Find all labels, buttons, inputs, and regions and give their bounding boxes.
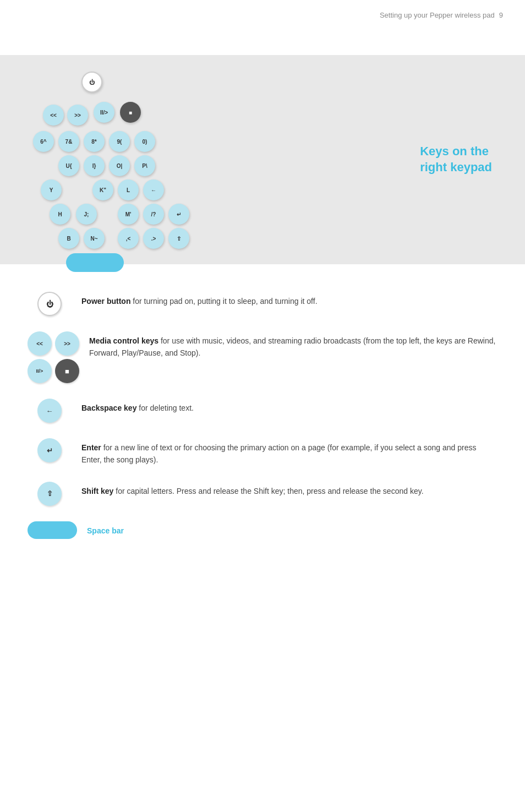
key-playpause: II/> xyxy=(94,102,114,123)
key-6: 6^ xyxy=(33,131,54,152)
key-j: J; xyxy=(76,204,97,225)
key-b: B xyxy=(58,228,79,249)
key-u: U{ xyxy=(58,155,79,176)
key-spacebar xyxy=(66,253,124,272)
desc-spacebar-icons xyxy=(28,521,77,539)
backspace-label: Backspace key xyxy=(81,404,136,412)
backspace-icon: ← xyxy=(37,399,62,423)
key-backspace: ← xyxy=(143,179,164,200)
desc-shift-icons: ⇧ xyxy=(28,482,72,506)
desc-backspace-text: Backspace key for deleting text. xyxy=(81,399,497,414)
diagram-section: ⏻ << >> II/> ■ 6^ 7& 8* 9( 0) U{ I} O| P… xyxy=(0,55,525,264)
key-power: ⏻ xyxy=(81,72,102,92)
key-comma: ,< xyxy=(118,228,139,249)
key-enter: ↵ xyxy=(168,204,189,225)
stop-icon: ■ xyxy=(55,359,79,383)
header-title: Setting up your Pepper wireless pad xyxy=(380,11,495,19)
key-y: Y xyxy=(41,179,62,200)
power-desc: for turning pad on, putting it to sleep,… xyxy=(133,297,317,306)
key-i: I} xyxy=(84,155,105,176)
spacebar-icon xyxy=(28,521,77,539)
diagram-label-line1: Keys on the xyxy=(420,144,492,160)
key-period: .> xyxy=(143,228,164,249)
key-9: 9( xyxy=(109,131,130,152)
enter-desc: for a new line of text or for choosing t… xyxy=(81,443,477,464)
key-8: 8* xyxy=(84,131,105,152)
desc-media-text: Media control keys for use with music, v… xyxy=(89,331,497,359)
desc-shift-text: Shift key for capital letters. Press and… xyxy=(81,482,497,497)
desc-enter-icons: ↵ xyxy=(28,438,72,462)
shift-desc: for capital letters. Press and release t… xyxy=(116,487,423,495)
media-label: Media control keys xyxy=(89,336,158,345)
desc-spacebar: Space bar xyxy=(28,521,497,539)
playpause-icon: II/> xyxy=(28,359,52,383)
key-7: 7& xyxy=(58,131,79,152)
spacebar-label: Space bar xyxy=(87,526,124,535)
key-o: O| xyxy=(109,155,130,176)
desc-enter-text: Enter for a new line of text or for choo… xyxy=(81,438,497,466)
keys-label: Keys on the right keypad xyxy=(420,144,492,175)
diagram-label-line2: right keypad xyxy=(420,160,492,176)
rewind-icon: << xyxy=(28,331,52,356)
page-number: 9 xyxy=(499,11,503,19)
desc-power-text: Power button for turning pad on, putting… xyxy=(81,292,497,307)
keypad-diagram: ⏻ << >> II/> ■ 6^ 7& 8* 9( 0) U{ I} O| P… xyxy=(33,72,209,248)
shift-label: Shift key xyxy=(81,487,113,495)
enter-icon: ↵ xyxy=(37,438,62,462)
key-0: 0) xyxy=(134,131,155,152)
forward-icon: >> xyxy=(55,331,79,356)
key-slash: /? xyxy=(143,204,164,225)
key-stop: ■ xyxy=(120,102,141,123)
desc-enter: ↵ Enter for a new line of text or for ch… xyxy=(28,438,497,466)
desc-spacebar-text: Space bar xyxy=(87,521,497,537)
key-n: N~ xyxy=(84,228,105,249)
backspace-desc: for deleting text. xyxy=(139,404,194,412)
desc-shift: ⇧ Shift key for capital letters. Press a… xyxy=(28,482,497,506)
desc-section: ⏻ Power button for turning pad on, putti… xyxy=(28,292,497,554)
key-rewind: << xyxy=(43,105,64,126)
desc-media: << >> II/> ■ Media control keys for use … xyxy=(28,331,497,383)
key-m: M' xyxy=(118,204,139,225)
key-k: K" xyxy=(92,179,113,200)
power-label: Power button xyxy=(81,297,130,306)
key-shift: ⇧ xyxy=(168,228,189,249)
desc-media-icons: << >> II/> ■ xyxy=(28,331,79,383)
desc-power: ⏻ Power button for turning pad on, putti… xyxy=(28,292,497,316)
key-l: L xyxy=(118,179,139,200)
enter-label: Enter xyxy=(81,443,101,452)
key-h: H xyxy=(50,204,70,225)
key-p: P\ xyxy=(134,155,155,176)
desc-backspace-icons: ← xyxy=(28,399,72,423)
shift-icon: ⇧ xyxy=(37,482,62,506)
key-forward: >> xyxy=(67,105,88,126)
power-icon: ⏻ xyxy=(37,292,62,316)
page-header: Setting up your Pepper wireless pad 9 xyxy=(380,11,503,19)
desc-power-icons: ⏻ xyxy=(28,292,72,316)
desc-backspace: ← Backspace key for deleting text. xyxy=(28,399,497,423)
